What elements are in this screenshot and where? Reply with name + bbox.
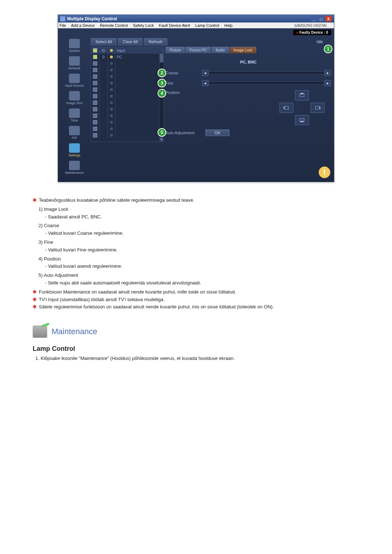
menu-help[interactable]: Help <box>224 23 233 28</box>
clear-all-button[interactable]: Clear All <box>118 38 142 45</box>
checkbox-icon[interactable] <box>93 81 97 85</box>
checkbox-icon[interactable] <box>93 120 97 124</box>
table-row[interactable] <box>91 67 164 73</box>
col-input[interactable]: Input <box>115 47 164 54</box>
doc-intro-text: Teabevõrgustikus kuvatakse põhiline säte… <box>39 197 195 203</box>
svg-rect-1 <box>301 93 303 94</box>
checkbox-icon[interactable] <box>93 68 97 72</box>
select-all-button[interactable]: Select All <box>91 38 117 45</box>
sidebar: System Network Input Source Image Size T… <box>58 37 91 182</box>
cell-input <box>115 106 164 112</box>
sidebar-item-settings[interactable]: Settings <box>58 143 91 157</box>
table-row[interactable] <box>91 80 164 86</box>
app-icon <box>60 16 65 21</box>
table-row[interactable] <box>91 99 164 106</box>
scroll-thumb[interactable] <box>160 54 163 62</box>
cell-id <box>99 93 108 99</box>
tab-image-lock[interactable]: Image Lock <box>230 47 257 53</box>
auto-adjust-row: 5 Auto Adjustment OK <box>166 130 331 136</box>
table-row[interactable] <box>91 73 164 80</box>
checkbox-icon[interactable] <box>93 87 97 92</box>
checkbox-icon[interactable] <box>93 55 97 59</box>
menubar: File Add a Device Remote Control Safety … <box>58 22 334 28</box>
checkbox-icon[interactable] <box>93 127 97 131</box>
menu-lamp-control[interactable]: Lamp Control <box>195 23 219 28</box>
sidebar-item-system[interactable]: System <box>58 39 91 53</box>
sidebar-item-maintenance[interactable]: Maintenance <box>58 161 91 175</box>
menu-safety-lock[interactable]: Safety Lock <box>133 23 154 28</box>
scroll-down-icon[interactable]: ▼ <box>160 137 163 141</box>
checkbox-icon[interactable] <box>93 61 97 66</box>
doc-note-text: TV'i Input (sisendallikas) töötab ainult… <box>39 297 165 302</box>
checkbox-icon[interactable] <box>93 107 97 111</box>
fine-inc-button[interactable]: ▶ <box>324 80 331 86</box>
doc-item-sub: - Selle nupu abil saate automaatselt reg… <box>45 279 359 287</box>
doc-note-1: ✱Funktsioon Maintenance on saadaval ainu… <box>33 288 359 296</box>
col-status[interactable] <box>108 47 115 54</box>
table-row[interactable]: 0PC <box>91 54 164 60</box>
callout-1: 1 <box>324 45 332 53</box>
position-right-button[interactable] <box>311 103 324 113</box>
table-row[interactable] <box>91 93 164 99</box>
position-left-button[interactable] <box>279 103 293 113</box>
minimize-button[interactable]: _ <box>311 16 317 21</box>
col-check[interactable] <box>91 47 99 54</box>
sidebar-label: Maintenance <box>65 171 84 175</box>
table-row[interactable] <box>91 86 164 93</box>
coarse-inc-button[interactable]: ▶ <box>324 70 331 76</box>
doc-note-2: ✱TV'i Input (sisendallikas) töötab ainul… <box>33 296 359 304</box>
ok-button[interactable]: OK <box>205 130 229 136</box>
tab-audio[interactable]: Audio <box>212 47 229 53</box>
toolbar: Select All Clear All Refresh Idle <box>91 38 331 45</box>
cell-id <box>99 80 108 86</box>
table-row[interactable] <box>91 112 164 119</box>
tab-picture-pc[interactable]: Picture PC <box>185 47 211 53</box>
star-icon: ✱ <box>33 289 37 295</box>
warning-icon: ! <box>319 167 330 178</box>
menu-file[interactable]: File <box>60 23 66 28</box>
menu-fault-alert[interactable]: Fault Device Alert <box>159 23 190 28</box>
titlebar[interactable]: Multiple Display Control _ □ X <box>58 15 334 22</box>
cell-input <box>115 60 164 67</box>
table-row[interactable] <box>91 119 164 126</box>
position-down-button[interactable] <box>295 115 309 125</box>
maintenance-icon <box>33 325 47 338</box>
checkbox-icon[interactable] <box>93 133 97 138</box>
coarse-dec-button[interactable]: ◀ <box>202 70 208 76</box>
menu-remote-control[interactable]: Remote Control <box>100 23 128 28</box>
lamp-control-heading: Lamp Control <box>33 345 363 353</box>
status-dot-icon <box>110 134 113 137</box>
doc-item-sub: - Valitud kuvari asendi reguleerimine. <box>45 263 359 270</box>
tab-picture[interactable]: Picture <box>166 47 185 53</box>
checkbox-icon[interactable] <box>93 94 97 98</box>
cell-input <box>115 67 164 73</box>
menu-add-device[interactable]: Add a Device <box>71 23 95 28</box>
checkbox-icon[interactable] <box>93 74 97 79</box>
checkbox-icon[interactable] <box>93 114 97 118</box>
sidebar-item-image-size[interactable]: Image Size <box>58 91 91 105</box>
checkbox-icon[interactable] <box>93 100 97 105</box>
sidebar-item-input-source[interactable]: Input Source <box>58 74 91 87</box>
svg-rect-7 <box>301 121 303 122</box>
sidebar-item-network[interactable]: Network <box>58 56 91 70</box>
settings-panel: Picture Picture PC Audio Image Lock 1 PC… <box>166 47 331 142</box>
table-row[interactable] <box>91 126 164 132</box>
maintenance-heading: Maintenance <box>33 325 363 338</box>
table-row[interactable] <box>91 60 164 67</box>
close-button[interactable]: X <box>325 16 332 21</box>
maximize-button[interactable]: □ <box>318 16 324 21</box>
table-row[interactable] <box>91 132 164 139</box>
position-up-button[interactable] <box>295 90 309 100</box>
status-dot-icon <box>110 108 113 111</box>
coarse-slider[interactable] <box>208 71 324 74</box>
sidebar-item-pip[interactable]: PIP <box>58 126 91 140</box>
lamp-control-steps: Klõpsake ikoonile "Maintenance" (Hooldus… <box>29 356 363 361</box>
status-dot-icon <box>110 49 113 52</box>
table-row[interactable] <box>91 106 164 112</box>
sidebar-item-time[interactable]: Time <box>58 108 91 122</box>
fine-slider[interactable] <box>208 82 324 85</box>
fault-bar: Faulty Device : 0 <box>58 28 334 37</box>
col-id[interactable]: ID <box>99 47 108 54</box>
fine-dec-button[interactable]: ◀ <box>202 80 208 86</box>
refresh-button[interactable]: Refresh <box>144 38 167 45</box>
